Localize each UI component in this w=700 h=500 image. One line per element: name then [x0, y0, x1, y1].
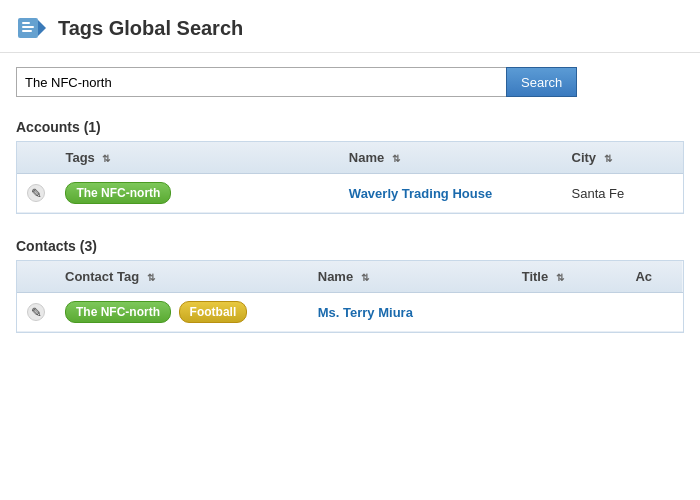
svg-rect-3	[22, 26, 34, 28]
contact-tag-badge-football[interactable]: Football	[179, 301, 248, 323]
contacts-row-name-cell: Ms. Terry Miura	[308, 293, 512, 332]
contact-tag-sort-icon[interactable]: ⇅	[147, 272, 155, 283]
city-sort-icon[interactable]: ⇅	[604, 153, 612, 164]
accounts-col-city: City ⇅	[562, 142, 683, 174]
contacts-col-title: Title ⇅	[512, 261, 626, 293]
contacts-section-title: Contacts (3)	[0, 230, 700, 260]
accounts-row-name-cell: Waverly Trading House	[339, 174, 562, 213]
account-name-link[interactable]: Waverly Trading House	[349, 186, 492, 201]
contacts-col-contact-tag: Contact Tag ⇅	[55, 261, 308, 293]
accounts-col-edit	[17, 142, 55, 174]
accounts-table: Tags ⇅ Name ⇅ City ⇅ ✎ The NFC-nor	[17, 142, 683, 213]
tag-badge-nfc-north[interactable]: The NFC-north	[65, 182, 171, 204]
table-row: ✎ The NFC-north Football Ms. Terry Miura	[17, 293, 683, 332]
accounts-col-name: Name ⇅	[339, 142, 562, 174]
accounts-table-container: Tags ⇅ Name ⇅ City ⇅ ✎ The NFC-nor	[16, 141, 684, 214]
page-header: Tags Global Search	[0, 0, 700, 53]
edit-icon[interactable]: ✎	[27, 184, 45, 202]
page-title: Tags Global Search	[58, 17, 243, 40]
accounts-row-city-cell: Santa Fe	[562, 174, 683, 213]
search-button[interactable]: Search	[506, 67, 577, 97]
search-bar: Search	[0, 53, 700, 111]
name-sort-icon[interactable]: ⇅	[392, 153, 400, 164]
contacts-row-tags-cell: The NFC-north Football	[55, 293, 308, 332]
contacts-section: Contacts (3) Contact Tag ⇅ Name ⇅ Title	[0, 230, 700, 333]
contacts-name-sort-icon[interactable]: ⇅	[361, 272, 369, 283]
table-row: ✎ The NFC-north Waverly Trading House Sa…	[17, 174, 683, 213]
contacts-row-edit-cell: ✎	[17, 293, 55, 332]
accounts-row-edit-cell: ✎	[17, 174, 55, 213]
contacts-row-ac-cell	[625, 293, 683, 332]
accounts-table-header-row: Tags ⇅ Name ⇅ City ⇅	[17, 142, 683, 174]
contact-tag-badge-nfc-north[interactable]: The NFC-north	[65, 301, 171, 323]
svg-rect-4	[22, 30, 32, 32]
contacts-col-edit	[17, 261, 55, 293]
svg-rect-2	[22, 22, 30, 24]
search-input[interactable]	[16, 67, 506, 97]
accounts-section-title: Accounts (1)	[0, 111, 700, 141]
accounts-row-tags-cell: The NFC-north	[55, 174, 338, 213]
contacts-row-title-cell	[512, 293, 626, 332]
title-sort-icon[interactable]: ⇅	[556, 272, 564, 283]
tags-logo-icon	[16, 12, 48, 44]
contacts-col-ac: Ac	[625, 261, 683, 293]
contacts-col-name: Name ⇅	[308, 261, 512, 293]
contacts-table: Contact Tag ⇅ Name ⇅ Title ⇅ Ac	[17, 261, 683, 332]
svg-marker-1	[38, 20, 46, 36]
edit-icon[interactable]: ✎	[27, 303, 45, 321]
contacts-table-header-row: Contact Tag ⇅ Name ⇅ Title ⇅ Ac	[17, 261, 683, 293]
contacts-table-container: Contact Tag ⇅ Name ⇅ Title ⇅ Ac	[16, 260, 684, 333]
accounts-col-tags: Tags ⇅	[55, 142, 338, 174]
tags-sort-icon[interactable]: ⇅	[102, 153, 110, 164]
contact-name-link[interactable]: Ms. Terry Miura	[318, 305, 413, 320]
